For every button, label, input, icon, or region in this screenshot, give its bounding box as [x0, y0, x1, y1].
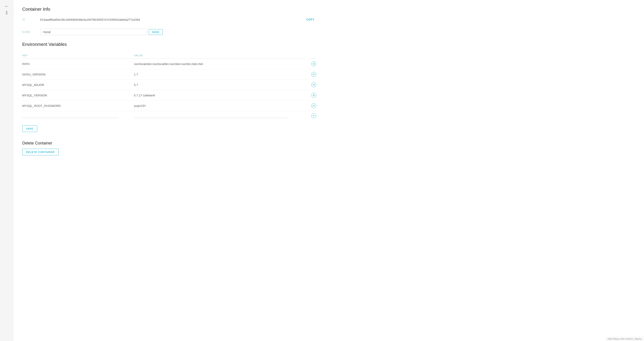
id-row: ID 613aaeff6ad5dc39c1849384448e3a19476fc… [22, 17, 316, 24]
add-action-cell: + [304, 111, 316, 121]
copy-button[interactable]: COPY [305, 17, 316, 22]
env-action-cell: ✕ [304, 90, 316, 101]
env-action-cell: ✕ [304, 101, 316, 111]
env-section: Environment Variables KEY VALUE PATH /us… [22, 42, 316, 132]
env-value-cell: yuqi123!! [134, 101, 305, 111]
main-content: Container Info ID 613aaeff6ad5dc39c18493… [13, 0, 325, 341]
env-action-cell: ✕ [304, 69, 316, 80]
new-key-cell [22, 111, 134, 121]
env-value-cell: 5.7.17-1debian8 [134, 90, 305, 101]
back-button[interactable]: ← [3, 2, 10, 10]
status-bar: http://blog.cndn.net/doc_deploy [606, 337, 644, 341]
env-key-cell: GOSU_VERSION [22, 69, 134, 80]
delete-env-button[interactable]: ✕ [311, 103, 316, 108]
sidebar: ← test [0, 0, 13, 341]
table-row: MYSQL_VERSION 5.7.17-1debian8 ✕ [22, 90, 316, 101]
env-key-cell: MYSQL_ROOT_PASSWORD [22, 101, 134, 111]
new-value-input[interactable] [134, 113, 288, 118]
delete-env-button[interactable]: ✕ [311, 61, 316, 66]
action-column-header [304, 52, 316, 59]
status-url: http://blog.cndn.net/doc_deploy [608, 338, 642, 340]
save-section: SAVE [22, 125, 316, 132]
env-action-cell: ✕ [304, 59, 316, 69]
container-info-title: Container Info [22, 7, 316, 12]
delete-env-button[interactable]: ✕ [311, 82, 316, 87]
env-value-cell: 5.7 [134, 80, 305, 90]
delete-section-title: Delete Container [22, 141, 316, 146]
env-key-cell: MYSQL_VERSION [22, 90, 134, 101]
delete-section: Delete Container DELETE CONTAINER [22, 141, 316, 155]
delete-container-button[interactable]: DELETE CONTAINER [22, 149, 58, 155]
name-save-button[interactable]: SAVE [149, 29, 163, 35]
id-value: 613aaeff6ad5dc39c1849384448e3a19476fc509… [40, 18, 305, 21]
name-row: NAME SAVE [22, 29, 316, 37]
env-value-cell: /usr/local/sbin:/usr/local/bin:/usr/sbin… [134, 59, 305, 69]
table-row: GOSU_VERSION 1.7 ✕ [22, 69, 316, 80]
sidebar-label: test [5, 11, 8, 14]
add-env-row: + [22, 111, 316, 121]
new-key-input[interactable] [22, 113, 119, 118]
env-key-cell: PATH [22, 59, 134, 69]
env-section-title: Environment Variables [22, 42, 316, 47]
env-key-cell: MYSQL_MAJOR [22, 80, 134, 90]
value-column-header: VALUE [134, 52, 305, 59]
env-action-cell: ✕ [304, 80, 316, 90]
env-table: KEY VALUE PATH /usr/local/sbin:/usr/loca… [22, 52, 316, 121]
delete-env-button[interactable]: ✕ [311, 72, 316, 77]
env-save-button[interactable]: SAVE [22, 125, 37, 132]
table-row: PATH /usr/local/sbin:/usr/local/bin:/usr… [22, 59, 316, 69]
table-row: MYSQL_ROOT_PASSWORD yuqi123!! ✕ [22, 101, 316, 111]
table-row: MYSQL_MAJOR 5.7 ✕ [22, 80, 316, 90]
delete-env-button[interactable]: ✕ [311, 93, 316, 98]
name-label: NAME [22, 30, 40, 34]
new-value-cell [134, 111, 305, 121]
add-env-button[interactable]: + [311, 113, 316, 118]
key-column-header: KEY [22, 52, 134, 59]
env-value-cell: 1.7 [134, 69, 305, 80]
id-label: ID [22, 18, 40, 21]
name-input[interactable] [40, 29, 147, 35]
